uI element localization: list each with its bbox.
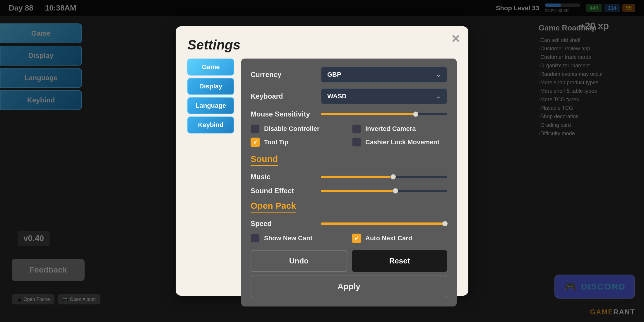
keyboard-dropdown[interactable]: WASD ⌄ [321,88,447,104]
cashier-lock-label: Cashier Lock Movement [365,138,439,146]
currency-dropdown[interactable]: GBP ⌄ [321,67,447,83]
sound-effect-fill [321,190,393,192]
reset-button[interactable]: Reset [352,250,447,272]
modal-nav-display[interactable]: Display [187,78,234,95]
mouse-sensitivity-slider-wrapper [321,113,447,115]
speed-label: Speed [251,220,321,228]
currency-selected: GBP [327,71,341,78]
auto-next-card-row: ✓ Auto Next Card [352,234,447,243]
music-fill [321,176,390,178]
music-slider-wrapper [321,176,447,178]
auto-next-card-checkbox[interactable]: ✓ [352,234,361,243]
disable-controller-row: Disable Controller [251,124,346,133]
modal-title: Settings [187,37,457,53]
cashier-lock-row: Cashier Lock Movement [352,138,447,147]
open-pack-checkbox-grid: Show New Card ✓ Auto Next Card [251,234,447,243]
modal-nav-game[interactable]: Game [187,59,234,76]
speed-slider-wrapper [321,222,447,225]
keyboard-dropdown-wrapper: WASD ⌄ [321,88,447,104]
mouse-sensitivity-label: Mouse Sensitivity [251,110,321,118]
tool-tip-checkmark: ✓ [253,139,258,146]
inverted-camera-label: Inverted Camera [365,125,416,133]
currency-dropdown-wrapper: GBP ⌄ [321,67,447,83]
speed-track[interactable] [321,222,447,225]
keyboard-row: Keyboard WASD ⌄ [251,88,447,104]
sound-effect-slider-wrapper [321,190,447,192]
music-track[interactable] [321,176,447,178]
currency-row: Currency GBP ⌄ [251,67,447,83]
modal-main-content: Currency GBP ⌄ Keyboard WASD ⌄ [241,59,457,306]
tool-tip-label: Tool Tip [264,138,289,146]
apply-button[interactable]: Apply [251,275,447,298]
disable-controller-label: Disable Controller [264,125,319,133]
music-row: Music [251,173,447,181]
modal-nav-language[interactable]: Language [187,97,234,114]
currency-dropdown-arrow: ⌄ [436,71,441,78]
sound-effect-row: Sound Effect [251,187,447,195]
settings-modal: Settings ✕ Game Display Language Keybind… [176,26,468,296]
keyboard-selected: WASD [327,93,347,100]
currency-label: Currency [251,71,321,79]
open-pack-section: Open Pack [251,201,447,215]
sound-section-header: Sound [251,154,278,166]
modal-overlay: Settings ✕ Game Display Language Keybind… [0,0,644,322]
show-new-card-label: Show New Card [264,234,313,242]
speed-thumb[interactable] [442,221,448,226]
show-new-card-checkbox[interactable] [251,234,260,243]
speed-fill [321,222,445,225]
open-pack-section-header: Open Pack [251,201,296,213]
inverted-camera-checkbox[interactable] [352,124,361,133]
mouse-sensitivity-row: Mouse Sensitivity [251,110,447,118]
sound-effect-track[interactable] [321,190,447,192]
keyboard-label: Keyboard [251,92,321,100]
tool-tip-row: ✓ Tool Tip [251,138,346,147]
auto-next-card-label: Auto Next Card [365,234,412,242]
music-label: Music [251,173,321,181]
undo-button[interactable]: Undo [251,250,347,272]
modal-nav: Game Display Language Keybind [187,59,234,306]
modal-nav-keybind[interactable]: Keybind [187,117,234,133]
checkbox-grid: Disable Controller Inverted Camera ✓ Too… [251,124,447,147]
show-new-card-row: Show New Card [251,234,346,243]
sound-effect-thumb[interactable] [393,188,398,193]
inverted-camera-row: Inverted Camera [352,124,447,133]
auto-next-card-checkmark: ✓ [354,235,359,242]
modal-layout: Game Display Language Keybind Currency G… [187,59,457,306]
mouse-sensitivity-thumb[interactable] [413,112,418,117]
cashier-lock-checkbox[interactable] [352,138,361,147]
mouse-sensitivity-fill [321,113,413,115]
keyboard-dropdown-arrow: ⌄ [436,93,441,100]
tool-tip-checkbox[interactable]: ✓ [251,138,260,147]
sound-effect-label: Sound Effect [251,187,321,195]
speed-row: Speed [251,220,447,228]
sound-section: Sound [251,154,447,168]
disable-controller-checkbox[interactable] [251,124,260,133]
modal-action-buttons: Undo Reset [251,250,447,272]
mouse-sensitivity-track[interactable] [321,113,447,115]
music-thumb[interactable] [390,174,396,179]
modal-close-button[interactable]: ✕ [451,33,460,44]
